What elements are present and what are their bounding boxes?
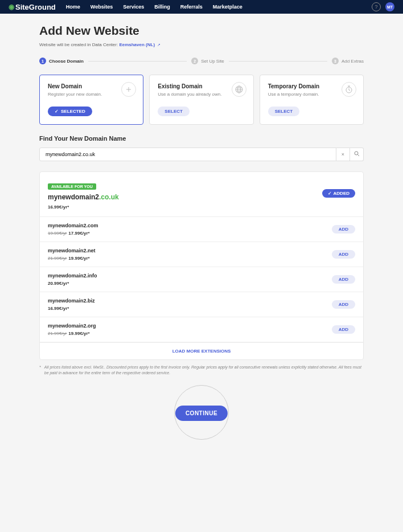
added-label: ADDED <box>334 191 349 196</box>
add-button[interactable]: ADD <box>332 300 355 309</box>
add-button[interactable]: ADD <box>332 325 355 334</box>
avatar[interactable]: MT <box>385 2 394 11</box>
current-price: 20.99€/yr* <box>48 281 69 286</box>
ext-domain: mynewdomain2.net <box>48 248 96 253</box>
svg-point-3 <box>355 152 358 155</box>
clear-button[interactable]: × <box>336 148 350 161</box>
nav-links: Home Websites Services Billing Referrals… <box>66 4 242 10</box>
main-result: AVAILABLE FOR YOU mynewdomain2.co.uk 16.… <box>40 172 363 217</box>
step-2-label: Set Up Site <box>201 59 224 64</box>
ext-price: 16.99€/yr* <box>48 306 95 311</box>
search-title: Find Your New Domain Name <box>39 135 364 142</box>
disclaimer: * All prices listed above excl. MwSt.. D… <box>39 365 364 376</box>
step-2-circle: 2 <box>191 58 198 64</box>
ext-row-com: mynewdomain2.com 19.99€/yr17.99€/yr* ADD <box>40 217 363 242</box>
stepper: 1 Choose Domain 2 Set Up Site 3 Add Extr… <box>39 58 364 64</box>
nav-home[interactable]: Home <box>66 4 80 10</box>
step-1-label: Choose Domain <box>49 59 84 64</box>
option-cards: New Domain Register your new domain. ✓ S… <box>39 75 364 125</box>
add-button[interactable]: ADD <box>332 225 355 234</box>
old-price: 19.99€/yr <box>48 231 67 236</box>
main-price: 16.99€/yr* <box>48 204 355 210</box>
step-line-2 <box>229 61 327 62</box>
nav-websites[interactable]: Websites <box>91 4 113 10</box>
subtitle-prefix: Website will be created in Data Center: <box>39 42 119 47</box>
ext-price: 21.99€/yr19.99€/yr* <box>48 331 96 336</box>
globe-icon <box>232 82 246 97</box>
top-nav: ◉ SiteGround Home Websites Services Bill… <box>0 0 403 14</box>
continue-wrap: CONTINUE <box>39 385 364 440</box>
option-existing-domain[interactable]: Existing Domain Use a domain you already… <box>149 75 253 125</box>
logo-icon: ◉ <box>9 3 14 11</box>
search-icon <box>354 151 360 157</box>
add-button[interactable]: ADD <box>332 275 355 284</box>
help-icon[interactable]: ? <box>372 2 381 11</box>
ext-domain: mynewdomain2.biz <box>48 298 95 304</box>
added-button[interactable]: ✓ ADDED <box>322 189 355 198</box>
check-icon: ✓ <box>55 109 59 114</box>
select-button[interactable]: SELECT <box>158 107 190 116</box>
ext-row-net: mynewdomain2.net 21.99€/yr19.99€/yr* ADD <box>40 242 363 267</box>
selected-button[interactable]: ✓ SELECTED <box>48 107 92 116</box>
datacenter-link[interactable]: Eemshaven (NL) <box>119 42 155 47</box>
current-price: 17.99€/yr* <box>68 231 89 236</box>
search-row: × <box>39 148 364 161</box>
add-button[interactable]: ADD <box>332 250 355 259</box>
subtitle: Website will be created in Data Center: … <box>39 42 364 47</box>
selected-label: SELECTED <box>61 109 85 114</box>
disclaimer-text: All prices listed above excl. MwSt.. Dis… <box>44 365 364 376</box>
current-price: 19.99€/yr* <box>68 331 89 336</box>
search-button[interactable] <box>350 148 364 161</box>
clock-icon <box>342 82 356 97</box>
ext-row-biz: mynewdomain2.biz 16.99€/yr* ADD <box>40 292 363 317</box>
old-price: 21.99€/yr <box>48 331 67 336</box>
step-1-circle: 1 <box>39 58 46 64</box>
ext-domain: mynewdomain2.com <box>48 223 98 228</box>
logo-text: SiteGround <box>15 3 56 11</box>
step-line-1 <box>88 61 187 62</box>
step-3: 3 Add Extras <box>332 58 364 64</box>
page-title: Add New Website <box>39 24 364 38</box>
old-price: 21.99€/yr <box>48 256 67 261</box>
main-domain-tld: .co.uk <box>99 193 119 201</box>
step-1: 1 Choose Domain <box>39 58 84 64</box>
nav-billing[interactable]: Billing <box>154 4 170 10</box>
external-link-icon: ↗ <box>157 43 161 47</box>
main-domain-name: mynewdomain2 <box>48 193 99 201</box>
ext-price: 21.99€/yr19.99€/yr* <box>48 256 96 261</box>
main-domain: mynewdomain2.co.uk <box>48 193 355 201</box>
step-2: 2 Set Up Site <box>191 58 224 64</box>
check-icon: ✓ <box>328 191 332 196</box>
select-button[interactable]: SELECT <box>268 107 300 116</box>
current-price: 19.99€/yr* <box>68 256 89 261</box>
nav-services[interactable]: Services <box>123 4 144 10</box>
nav-referrals[interactable]: Referrals <box>180 4 203 10</box>
option-new-domain[interactable]: New Domain Register your new domain. ✓ S… <box>39 75 143 125</box>
ext-row-org: mynewdomain2.org 21.99€/yr19.99€/yr* ADD <box>40 317 363 342</box>
ext-row-info: mynewdomain2.info 20.99€/yr* ADD <box>40 267 363 292</box>
ext-price: 19.99€/yr17.99€/yr* <box>48 231 98 236</box>
ext-price: 20.99€/yr* <box>48 281 97 286</box>
step-3-label: Add Extras <box>342 59 364 64</box>
available-badge: AVAILABLE FOR YOU <box>48 183 96 190</box>
option-temporary-domain[interactable]: Temporary Domain Use a temporary domain.… <box>260 75 364 125</box>
step-3-circle: 3 <box>332 58 339 64</box>
logo[interactable]: ◉ SiteGround <box>9 3 56 11</box>
ext-domain: mynewdomain2.info <box>48 273 97 279</box>
continue-button[interactable]: CONTINUE <box>175 406 228 421</box>
nav-marketplace[interactable]: Marketplace <box>213 4 242 10</box>
current-price: 16.99€/yr* <box>48 306 69 311</box>
ext-domain: mynewdomain2.org <box>48 323 96 329</box>
load-more-button[interactable]: LOAD MORE EXTENSIONS <box>40 342 363 359</box>
results-panel: AVAILABLE FOR YOU mynewdomain2.co.uk 16.… <box>39 171 364 360</box>
domain-search-input[interactable] <box>39 148 336 161</box>
